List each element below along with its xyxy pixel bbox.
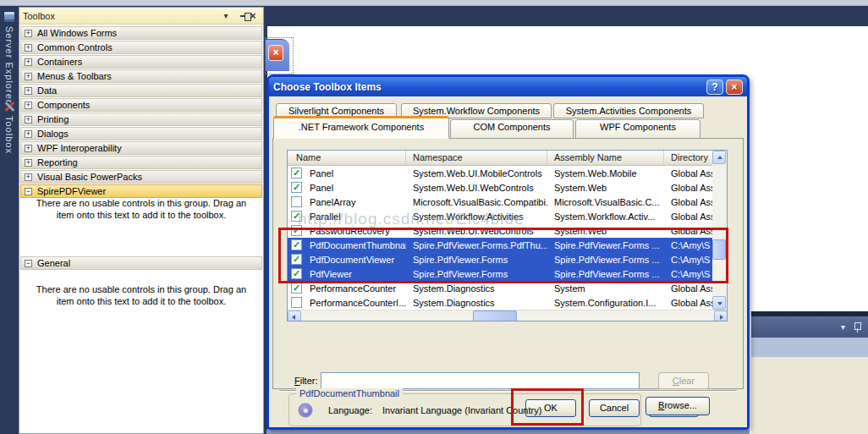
toolbox-category-label: Printing <box>37 114 69 124</box>
table-row[interactable]: PanelArrayMicrosoft.VisualBasic.Compatib… <box>288 195 714 209</box>
scroll-right-button[interactable] <box>714 310 728 321</box>
left-arrow-icon <box>292 315 295 320</box>
up-arrow-icon <box>717 156 722 159</box>
toolbox-category[interactable]: +Visual Basic PowerPacks <box>20 170 262 184</box>
table-row[interactable]: PerformanceCounterI...System.Diagnostics… <box>288 295 714 310</box>
table-row[interactable]: ✓ParallelSystem.Workflow.ActivitiesSyste… <box>288 209 714 223</box>
row-checkbox[interactable]: ✓ <box>291 211 302 222</box>
tab-com-components[interactable]: COM Components <box>450 119 574 139</box>
cell-assembly: System.Web <box>547 183 664 193</box>
row-checkbox[interactable] <box>291 196 302 207</box>
expand-icon[interactable]: + <box>25 30 32 37</box>
toolbox-category[interactable]: +Data <box>20 84 262 97</box>
tab-net-framework-components[interactable]: .NET Framework Components <box>273 116 449 139</box>
table-row[interactable]: ✓PdfViewerSpire.PdfViewer.FormsSpire.Pdf… <box>288 266 714 281</box>
toolbox-category-label: Common Controls <box>37 42 113 52</box>
bottom-edge-strip <box>266 430 750 434</box>
vertical-scroll-thumb[interactable] <box>712 239 726 260</box>
pin-icon[interactable] <box>233 10 246 22</box>
dialog-titlebar: Choose Toolbox Items ? × <box>269 77 747 96</box>
toolbox-category-selected[interactable]: −SpirePDFViewer <box>20 184 262 198</box>
collapse-icon[interactable]: − <box>25 188 32 195</box>
row-checkbox[interactable]: ✓ <box>291 225 302 236</box>
toolbox-category[interactable]: +All Windows Forms <box>20 26 262 40</box>
toolbox-category[interactable]: +Components <box>20 98 262 112</box>
cell-namespace: System.Web.UI.MobileControls <box>406 168 547 179</box>
table-row[interactable]: ✓PdfDocumentThumbnailSpire.PdfViewer.For… <box>288 238 714 252</box>
table-row[interactable]: ✓PerformanceCounterSystem.DiagnosticsSys… <box>288 281 714 295</box>
expand-icon[interactable]: + <box>25 102 32 109</box>
cell-name: PerformanceCounter <box>308 283 406 294</box>
expand-icon[interactable]: + <box>25 87 32 95</box>
row-checkbox[interactable]: ✓ <box>291 168 302 179</box>
toolbox-category[interactable]: +WPF Interoperability <box>20 141 262 155</box>
toolbox-category[interactable]: +Menus & Toolbars <box>20 69 262 83</box>
window-menu-caret-icon[interactable]: ▾ <box>219 10 233 22</box>
column-header-directory[interactable]: Directory <box>664 151 714 166</box>
column-header-name[interactable]: Name <box>288 151 406 166</box>
row-checkbox[interactable]: ✓ <box>291 283 302 294</box>
horizontal-scroll-thumb[interactable] <box>473 310 517 321</box>
column-header-assembly-name[interactable]: Assembly Name <box>547 151 664 166</box>
expand-icon[interactable]: + <box>25 130 32 138</box>
clear-button[interactable]: Clear <box>658 372 709 389</box>
expand-icon[interactable]: + <box>25 73 32 80</box>
table-row[interactable]: ✓PanelSystem.Web.UI.WebControlsSystem.We… <box>288 180 714 195</box>
expand-icon[interactable]: + <box>25 116 32 124</box>
toolbox-category[interactable]: +Dialogs <box>20 127 262 140</box>
screen: Server Explorer Toolbox Toolbox ▾ × +All… <box>0 0 868 434</box>
scroll-down-button[interactable] <box>712 296 726 310</box>
expand-icon[interactable]: + <box>25 44 32 52</box>
row-checkbox[interactable]: ✓ <box>291 239 302 250</box>
cell-assembly: System.Configuration.I... <box>547 298 664 308</box>
cell-assembly: Spire.PdfViewer.Forms ... <box>547 255 664 265</box>
toolbox-category-general[interactable]: − General <box>20 256 262 271</box>
vertical-scrollbar[interactable] <box>712 151 727 310</box>
properties-panel-header: ▾ <box>751 316 868 338</box>
expand-icon[interactable]: + <box>25 145 32 152</box>
toolbox-category[interactable]: +Containers <box>20 55 262 69</box>
table-row[interactable]: ✓PasswordRecoverySystem.Web.UI.WebContro… <box>288 223 714 238</box>
filter-input[interactable] <box>321 372 640 389</box>
browse-button[interactable]: Browse... <box>646 397 710 415</box>
row-checkbox[interactable]: ✓ <box>291 268 302 279</box>
toolbox-category-label: Containers <box>37 57 82 67</box>
cell-assembly: Microsoft.VisualBasic.C... <box>547 197 664 207</box>
expand-icon[interactable]: + <box>25 58 32 66</box>
tab-wpf-components[interactable]: WPF Components <box>575 119 700 139</box>
sidebar-tab-toolbox[interactable]: Toolbox <box>0 101 19 185</box>
cell-directory: Global Ass <box>664 283 714 294</box>
toolbox-category[interactable]: +Common Controls <box>20 41 262 54</box>
toolbox-category-label: All Windows Forms <box>37 28 117 38</box>
row-checkbox[interactable]: ✓ <box>291 182 302 193</box>
scroll-left-button[interactable] <box>288 310 301 321</box>
help-icon[interactable]: ? <box>706 80 723 95</box>
sidebar-tab-server-explorer[interactable]: Server Explorer <box>0 11 19 104</box>
window-menu-caret-icon[interactable]: ▾ <box>841 322 845 332</box>
horizontal-scrollbar[interactable] <box>288 310 728 321</box>
toolbox-category[interactable]: +Reporting <box>20 156 262 169</box>
scroll-up-button[interactable] <box>712 151 726 164</box>
cell-namespace: System.Web.UI.WebControls <box>406 183 547 193</box>
toolbox-category[interactable]: +Printing <box>20 113 262 126</box>
row-checkbox[interactable] <box>291 297 302 308</box>
cell-name: Panel <box>308 183 406 193</box>
expand-icon[interactable]: + <box>25 159 32 167</box>
form-close-icon[interactable]: × <box>268 45 283 61</box>
table-row[interactable]: ✓PdfDocumentViewerSpire.PdfViewer.FormsS… <box>288 252 714 266</box>
table-row[interactable]: ✓PanelSystem.Web.UI.MobileControlsSystem… <box>288 166 714 180</box>
sidebar-tab-label: Server Explorer <box>4 26 14 103</box>
close-icon[interactable]: × <box>726 80 743 95</box>
row-checkbox[interactable]: ✓ <box>291 254 302 265</box>
collapse-icon[interactable]: − <box>25 260 32 267</box>
dialog-body: Silverlight Components System.Workflow C… <box>269 96 747 427</box>
tab-system-activities-components[interactable]: System.Activities Components <box>553 103 704 118</box>
cell-directory: Global Ass <box>664 183 714 193</box>
cell-namespace: Spire.PdfViewer.Forms <box>406 255 547 265</box>
cell-directory: Global Ass <box>664 197 714 207</box>
choose-toolbox-items-dialog: Choose Toolbox Items ? × Silverlight Com… <box>266 74 750 430</box>
pin-icon[interactable] <box>854 321 861 332</box>
toolbox-titlebar: Toolbox ▾ × <box>19 8 263 25</box>
expand-icon[interactable]: + <box>25 173 32 181</box>
column-header-namespace[interactable]: Namespace <box>406 151 547 166</box>
